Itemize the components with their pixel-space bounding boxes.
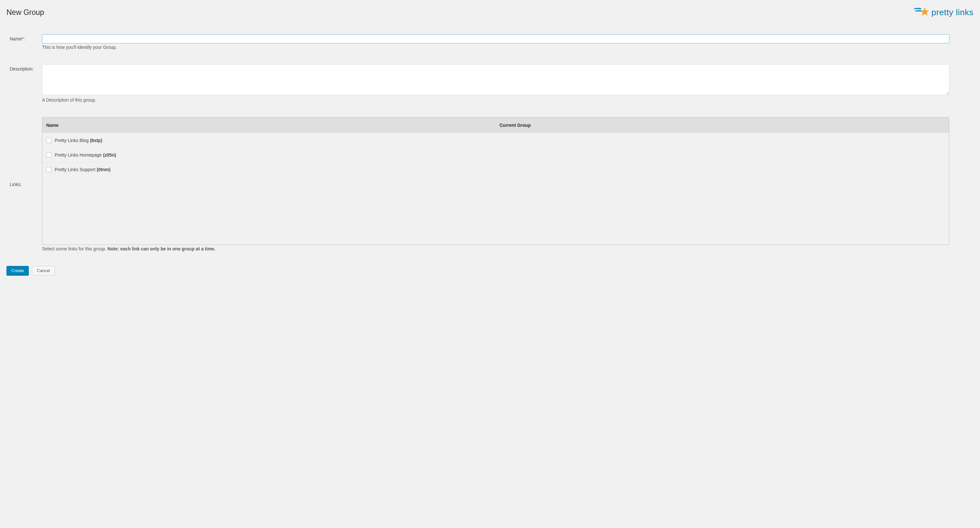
cancel-button[interactable]: Cancel (32, 266, 55, 275)
description-textarea[interactable] (42, 64, 949, 95)
link-checkbox[interactable] (46, 138, 51, 143)
link-checkbox[interactable] (46, 152, 51, 158)
description-help-text: A Description of this group. (42, 97, 949, 102)
link-current-group (496, 163, 949, 177)
table-row: Pretty Links Homepage (z05n) (42, 148, 949, 163)
table-row: Pretty Links Blog (8stp) (42, 133, 949, 148)
column-header-current-group: Current Group (496, 118, 949, 133)
create-button[interactable]: Create (6, 266, 29, 275)
name-input[interactable] (42, 34, 949, 43)
link-name: Pretty Links Homepage (z05n) (55, 152, 116, 158)
table-row: Pretty Links Support (0tnm) (42, 163, 949, 177)
link-current-group (496, 133, 949, 148)
links-label: Links: (10, 182, 42, 187)
name-label: Name*: (10, 34, 42, 41)
column-header-name: Name (42, 118, 496, 133)
links-table-container: Name Current Group Pretty Links Blog (8s… (42, 117, 949, 245)
links-table: Name Current Group Pretty Links Blog (8s… (42, 118, 949, 177)
description-label: Description: (10, 64, 42, 72)
link-checkbox[interactable] (46, 167, 51, 172)
name-help-text: This is how you'll identify your Group. (42, 45, 949, 50)
logo-text: pretty links (931, 8, 974, 18)
link-name: Pretty Links Blog (8stp) (55, 138, 102, 143)
pretty-links-logo: pretty links (913, 6, 974, 18)
star-swoosh-icon (913, 6, 929, 18)
link-current-group (496, 148, 949, 163)
page-title: New Group (6, 8, 44, 17)
link-name: Pretty Links Support (0tnm) (55, 167, 111, 172)
links-help-text: Select some links for this group. Note: … (42, 246, 949, 251)
